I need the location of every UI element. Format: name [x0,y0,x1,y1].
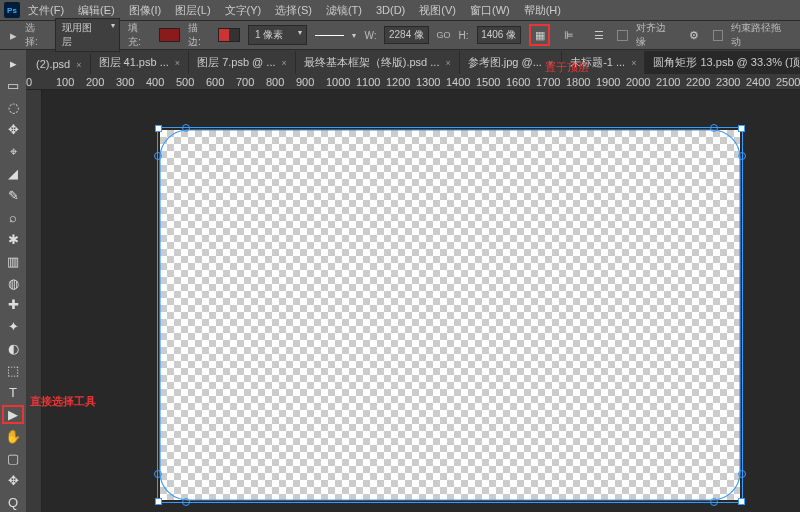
tool-7[interactable]: ⌕ [2,207,24,227]
ruler-tick: 500 [176,76,194,88]
menu-edit[interactable]: 编辑(E) [72,1,121,20]
tool-1[interactable]: ▭ [2,76,24,96]
tab-3[interactable]: 最终基本框架（终版).psd ...× [296,51,460,74]
ruler-horizontal: 0100200300400500600700800900100011001200… [26,74,800,90]
stroke-swatch[interactable] [218,28,240,42]
close-icon[interactable]: × [175,58,180,68]
handle-tr[interactable] [738,125,745,132]
tool-14[interactable]: ⬚ [2,361,24,381]
path-arrange-button[interactable]: ☰ [588,24,609,46]
anchor[interactable] [738,470,746,478]
ruler-vertical [26,90,42,512]
ruler-tick: 100 [56,76,74,88]
menu-help[interactable]: 帮助(H) [518,1,567,20]
callout-direct-selection: 直接选择工具 [30,394,96,409]
ruler-tick: 300 [116,76,134,88]
ruler-tick: 1800 [566,76,590,88]
tab-6[interactable]: 圆角矩形 13.psb @ 33.3% (顶盖 拷贝, RGB/8)× [645,51,800,74]
height-label: H: [459,30,469,41]
menu-bar: Ps 文件(F) 编辑(E) 图像(I) 图层(L) 文字(Y) 选择(S) 滤… [0,0,800,20]
tab-1[interactable]: 图层 41.psb ...× [91,51,190,74]
menu-view[interactable]: 视图(V) [413,1,462,20]
menu-filter[interactable]: 滤镜(T) [320,1,368,20]
tab-2[interactable]: 图层 7.psb @ ...× [189,51,296,74]
menu-layer[interactable]: 图层(L) [169,1,216,20]
ruler-tick: 1700 [536,76,560,88]
ruler-tick: 1200 [386,76,410,88]
tool-17[interactable]: ✋ [2,426,24,446]
tool-19[interactable]: ✥ [2,470,24,490]
ruler-tick: 1000 [326,76,350,88]
rounded-rect-path[interactable] [157,127,743,503]
tool-12[interactable]: ✦ [2,317,24,337]
path-operations-button[interactable]: ▦ [529,24,551,46]
menu-3d[interactable]: 3D(D) [370,2,411,18]
constrain-checkbox[interactable] [713,30,724,41]
height-input[interactable]: 1406 像 [477,26,521,44]
tool-6[interactable]: ✎ [2,185,24,205]
stroke-style[interactable] [315,35,344,36]
tool-0[interactable]: ▸ [2,54,24,74]
tool-13[interactable]: ◐ [2,339,24,359]
ruler-tick: 0 [26,76,32,88]
tool-5[interactable]: ◢ [2,164,24,184]
tool-3[interactable]: ✥ [2,120,24,140]
callout-bring-front: 置于顶层 [545,60,589,75]
tool-15[interactable]: T [2,383,24,403]
artboard[interactable] [160,130,740,500]
tool-8[interactable]: ✱ [2,229,24,249]
fill-swatch[interactable] [159,28,181,42]
ruler-tick: 2000 [626,76,650,88]
ruler-tick: 600 [206,76,224,88]
gear-icon[interactable]: ⚙ [683,24,704,46]
toolbox: ▸▭◌✥⌖◢✎⌕✱▥◍✚✦◐⬚T▶✋▢✥Q [0,50,26,512]
anchor[interactable] [182,498,190,506]
close-icon[interactable]: × [445,58,450,68]
handle-br[interactable] [738,498,745,505]
constrain-label: 约束路径拖动 [731,21,790,49]
menu-window[interactable]: 窗口(W) [464,1,516,20]
handle-bl[interactable] [155,498,162,505]
stroke-width-dropdown[interactable]: 1 像素 [248,25,307,45]
tool-11[interactable]: ✚ [2,295,24,315]
tool-20[interactable]: Q [2,492,24,512]
align-edges-checkbox[interactable] [617,30,628,41]
ruler-tick: 1900 [596,76,620,88]
app-icon: Ps [4,2,20,18]
options-bar: ▸ 选择: 现用图层 填充: 描边: 1 像素 ▾ W: 2284 像 GO H… [0,20,800,50]
anchor[interactable] [710,124,718,132]
tool-16[interactable]: ▶ [2,405,24,425]
link-icon[interactable]: GO [437,30,451,40]
ruler-tick: 2300 [716,76,740,88]
anchor[interactable] [154,470,162,478]
tool-10[interactable]: ◍ [2,273,24,293]
tool-2[interactable]: ◌ [2,98,24,118]
fill-label: 填充: [128,21,150,49]
ruler-tick: 2200 [686,76,710,88]
close-icon[interactable]: × [282,58,287,68]
tool-18[interactable]: ▢ [2,448,24,468]
tab-0[interactable]: (2).psd× [28,54,91,74]
path-align-button[interactable]: ⊫ [558,24,579,46]
close-icon[interactable]: × [631,58,636,68]
ruler-tick: 2400 [746,76,770,88]
anchor[interactable] [738,152,746,160]
tool-4[interactable]: ⌖ [2,142,24,162]
canvas-area[interactable] [42,90,800,512]
ruler-tick: 1100 [356,76,380,88]
ruler-tick: 700 [236,76,254,88]
handle-tl[interactable] [155,125,162,132]
anchor[interactable] [710,498,718,506]
menu-image[interactable]: 图像(I) [123,1,167,20]
select-layer-dropdown[interactable]: 现用图层 [55,18,120,52]
width-label: W: [364,30,376,41]
anchor[interactable] [154,152,162,160]
width-input[interactable]: 2284 像 [384,26,428,44]
menu-select[interactable]: 选择(S) [269,1,318,20]
menu-file[interactable]: 文件(F) [22,1,70,20]
tool-9[interactable]: ▥ [2,251,24,271]
anchor[interactable] [182,124,190,132]
close-icon[interactable]: × [76,60,81,70]
menu-type[interactable]: 文字(Y) [219,1,268,20]
ruler-tick: 800 [266,76,284,88]
